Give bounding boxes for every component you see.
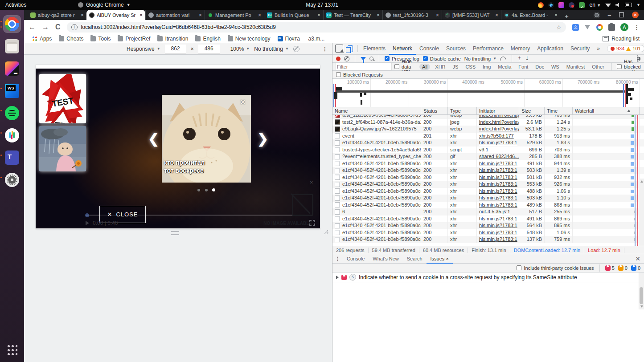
dock-item-apps-grid[interactable] [4, 341, 21, 358]
profile-avatar[interactable]: A [620, 23, 628, 31]
minimize-button[interactable]: – [608, 12, 611, 18]
type-filter-css[interactable]: CSS [463, 64, 478, 69]
bookmark-newtecnology[interactable]: New tecnology [224, 36, 274, 42]
initiator-link[interactable]: hls.min.js?1783:1 [479, 161, 517, 166]
carousel-next-arrow[interactable]: ❯ [257, 131, 268, 146]
carousel-dot-3-active[interactable] [212, 188, 215, 191]
initiator-link[interactable]: hls.min.js?1783:1 [479, 140, 517, 145]
table-scrollbar[interactable] [639, 179, 644, 309]
network-overview-timeline[interactable]: 100000 ms200000 ms300000 ms400000 ms5000… [332, 79, 644, 107]
table-row[interactable]: e1cf4340-452f-4201-b0eb-f5890a0ceb18-...… [332, 174, 644, 181]
disable-cache-checkbox[interactable]: Disable cache [423, 56, 461, 61]
dock-item-slack[interactable] [4, 127, 21, 144]
initiator-link[interactable]: xhr.js?b50d:177 [479, 133, 514, 138]
devtools-tab-performance[interactable]: Performance [469, 43, 507, 55]
initiator-link[interactable]: hls.min.js?1783:1 [479, 188, 517, 194]
carousel-dot-1[interactable] [197, 189, 200, 191]
devtools-tab-security[interactable]: Security [567, 43, 593, 55]
colorzilla-icon[interactable] [596, 24, 603, 31]
zoom-select[interactable]: 100% ▼ [230, 46, 250, 52]
viewport-height-input[interactable] [198, 45, 220, 53]
no-signal-icon[interactable] [293, 46, 299, 52]
filter-funnel-icon[interactable] [361, 57, 366, 61]
initiator-link[interactable]: out-4.5.35.js:1 [479, 209, 510, 214]
column-header-time[interactable]: Time [545, 107, 573, 114]
throttle-select[interactable]: No throttling ▼ [254, 46, 289, 52]
tab-close-icon[interactable]: × [495, 12, 498, 18]
progress-handle[interactable] [85, 213, 89, 217]
dock-item-webstorm[interactable] [4, 82, 21, 99]
drawer-tab-search[interactable]: Search [403, 254, 427, 264]
devtools-tab-console[interactable]: Console [416, 43, 443, 55]
browser-tab[interactable]: Test — TeamCity× [323, 10, 382, 20]
table-row[interactable]: 6200xhrout-4.5.35.js:1517 B255 ms [332, 208, 644, 216]
devtools-tab-elements[interactable]: Elements [360, 43, 389, 55]
initiator-link[interactable]: hls.min.js?1783:1 [479, 175, 517, 180]
initiator-link[interactable]: index.html?overlayG... [479, 115, 519, 118]
address-bar[interactable]: localhost:3002/index.html?overlayGuid=86… [67, 22, 566, 33]
tab-close-icon[interactable]: × [377, 12, 380, 18]
network-throttling-select[interactable]: No throttling ▼ [464, 56, 496, 61]
dock-item-chrome[interactable] [4, 16, 21, 33]
devtools-tab-network[interactable]: Network [389, 43, 416, 55]
browser-tab[interactable]: automation vari× [145, 10, 205, 20]
initiator-link[interactable]: hls.min.js?1783:1 [479, 202, 517, 207]
maximize-button[interactable] [619, 12, 624, 17]
scroll-down-arrow[interactable] [640, 305, 643, 308]
type-filter-ws[interactable]: WS [549, 64, 562, 69]
initiator-link[interactable]: hls.min.js?1783:1 [479, 223, 517, 228]
dock-item-toolbox[interactable] [4, 60, 21, 77]
viewport-corner-resize[interactable] [324, 230, 328, 234]
column-header-initiator[interactable]: Initiator [477, 107, 519, 114]
drawer-tab-issues[interactable]: Issues × [427, 254, 453, 264]
browser-tab[interactable]: AiBUY Overlay Sr× [86, 10, 145, 20]
column-header-waterfall[interactable]: Waterfall [573, 107, 640, 114]
bookmark-projectref[interactable]: ProjectRef [114, 36, 154, 42]
network-conditions-icon[interactable] [500, 57, 506, 61]
table-row[interactable]: event201xhrxhr.js?b50d:177178 B913 ms [332, 133, 644, 140]
table-row[interactable]: e1cf4340-452f-4201-b0eb-f5890a0ceb18-...… [332, 222, 644, 229]
check-app-icon[interactable] [579, 2, 585, 8]
initiator-link[interactable]: v3:1 [479, 147, 488, 152]
import-har-icon[interactable]: ⇡ [517, 56, 521, 61]
record-network-log-icon[interactable] [336, 57, 340, 61]
type-filter-img[interactable]: Img [480, 64, 493, 69]
drawer-menu-dots-icon[interactable]: ⋮ [335, 256, 340, 262]
site-info-icon[interactable] [71, 24, 78, 30]
dock-item-files[interactable] [4, 38, 21, 55]
chrome-menu-dots-icon[interactable]: ⋮ [634, 24, 640, 31]
console-status-badges[interactable]: 934 101 [607, 45, 644, 52]
table-row[interactable]: e1cf4340-452f-4201-b0eb-f5890a0ceb18-...… [332, 195, 644, 202]
type-filter-font[interactable]: Font [516, 64, 530, 69]
table-row[interactable]: e1cf4340-452f-4201-b0eb-f5890a0ceb18-...… [332, 139, 644, 146]
table-row[interactable]: e1cf4340-452f-4201-b0eb-f5890a0ceb18-...… [332, 167, 644, 174]
initiator-link[interactable]: hls.min.js?1783:1 [479, 167, 517, 173]
network-filter-input[interactable] [336, 63, 391, 70]
initiator-link[interactable]: shared-60234d6....js:1 [479, 154, 519, 159]
initiator-link[interactable]: hls.min.js?1783:1 [479, 195, 517, 200]
export-har-icon[interactable]: ⇣ [525, 56, 529, 61]
drawer-tab-whatsnew[interactable]: What's New [369, 254, 402, 264]
tab-close-icon[interactable]: × [554, 12, 558, 18]
bookmark-itransition[interactable]: Itransition [154, 36, 192, 42]
include-third-party-checkbox[interactable]: Include third-party cookie issues [517, 265, 594, 271]
bookmark-star-icon[interactable]: ☆ [556, 24, 562, 31]
dock-item-settings[interactable] [4, 171, 21, 188]
devtools-tab-sources[interactable]: Sources [443, 43, 469, 55]
bookmark-apps[interactable]: Apps [29, 36, 55, 42]
type-filter-media[interactable]: Media [496, 64, 513, 69]
volume-icon[interactable] [615, 3, 620, 7]
initiator-link[interactable]: hls.min.js?1783:1 [479, 216, 517, 221]
design-app-icon[interactable] [558, 2, 564, 8]
carousel-dot-2[interactable] [205, 189, 208, 191]
type-filter-manifest[interactable]: Manifest [564, 64, 587, 69]
column-header-size[interactable]: Size [519, 107, 545, 114]
initiator-link[interactable]: index.html?overlayG... [479, 119, 519, 125]
firefox-app-icon[interactable] [538, 2, 544, 8]
wifi-icon[interactable] [605, 3, 611, 7]
reload-button[interactable]: C [55, 23, 61, 31]
scrollbar-thumb[interactable] [640, 287, 643, 304]
tab-close-icon[interactable]: × [317, 12, 320, 18]
devtools-tab-application[interactable]: Application [533, 43, 567, 55]
viewport-resize-handle[interactable] [171, 231, 179, 235]
